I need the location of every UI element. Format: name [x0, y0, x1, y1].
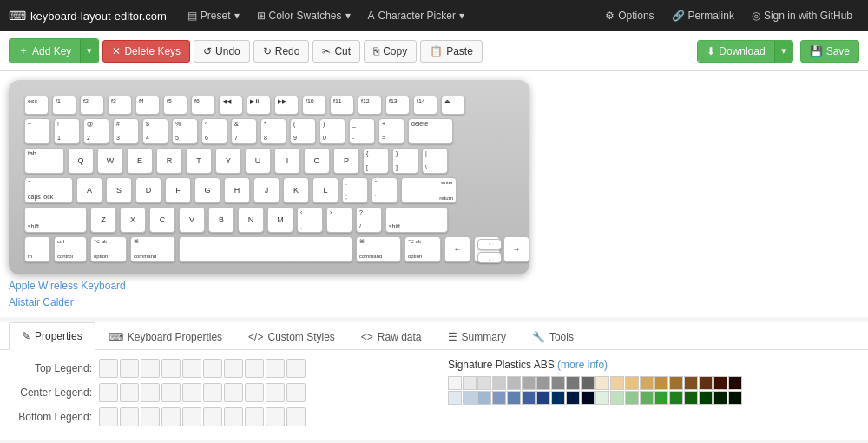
bottom-legend-color-6[interactable]: [203, 407, 222, 426]
key-g[interactable]: G: [194, 177, 220, 203]
top-legend-color-6[interactable]: [203, 359, 222, 378]
key-capslock[interactable]: *caps lock: [24, 177, 73, 203]
add-key-dropdown[interactable]: ▾: [80, 39, 98, 63]
key-shift-right[interactable]: shift: [385, 207, 448, 233]
color-swatch[interactable]: [713, 391, 727, 405]
key-rbracket[interactable]: }]: [392, 148, 418, 174]
key-f11[interactable]: f11: [330, 96, 354, 115]
key-period[interactable]: ›.: [326, 207, 352, 233]
color-swatch[interactable]: [654, 391, 668, 405]
key-tab[interactable]: tab: [24, 148, 64, 174]
top-legend-color-8[interactable]: [245, 359, 264, 378]
center-legend-color-6[interactable]: [203, 383, 222, 402]
download-dropdown[interactable]: ▾: [774, 41, 792, 62]
key-arrow-left[interactable]: ←: [444, 236, 470, 262]
top-legend-color-9[interactable]: [266, 359, 285, 378]
key-f10[interactable]: f10: [302, 96, 326, 115]
permalink-button[interactable]: 🔗 Permalink: [665, 6, 741, 25]
color-swatch[interactable]: [669, 391, 683, 405]
tab-raw-data[interactable]: <> Raw data: [348, 322, 435, 350]
tab-keyboard-properties[interactable]: ⌨ Keyboard Properties: [95, 322, 235, 350]
key-shift-left[interactable]: shift: [24, 207, 87, 233]
key-command-right[interactable]: ⌘command: [356, 236, 401, 262]
preset-menu[interactable]: ▤ Preset ▾: [181, 6, 247, 25]
key-p[interactable]: P: [333, 148, 359, 174]
key-h[interactable]: H: [224, 177, 250, 203]
cut-button[interactable]: ✂ Cut: [312, 40, 360, 63]
signin-button[interactable]: ◎ Sign in with GitHub: [745, 6, 859, 25]
color-swatch[interactable]: [492, 391, 506, 405]
tab-custom-styles[interactable]: </> Custom Styles: [235, 322, 348, 350]
key-j[interactable]: J: [253, 177, 279, 203]
color-swatch[interactable]: [728, 391, 742, 405]
keyboard-name-link[interactable]: Apple Wireless Keyboard: [9, 278, 859, 294]
center-legend-color-10[interactable]: [286, 383, 306, 402]
key-0[interactable]: )0: [319, 118, 345, 144]
bottom-legend-color-4[interactable]: [161, 407, 181, 426]
key-u[interactable]: U: [245, 148, 271, 174]
color-swatch[interactable]: [610, 376, 624, 390]
key-9[interactable]: (9: [290, 118, 316, 144]
key-1[interactable]: !1: [54, 118, 80, 144]
color-swatch[interactable]: [536, 391, 550, 405]
color-swatch[interactable]: [595, 376, 609, 390]
key-eject[interactable]: ⏏: [441, 96, 465, 115]
color-swatch[interactable]: [684, 376, 698, 390]
key-return[interactable]: enterreturn: [401, 177, 457, 203]
key-f12[interactable]: f12: [358, 96, 382, 115]
color-swatch[interactable]: [640, 391, 654, 405]
key-x[interactable]: X: [120, 207, 146, 233]
color-swatch[interactable]: [684, 391, 698, 405]
key-b[interactable]: B: [208, 207, 234, 233]
key-6[interactable]: ^6: [201, 118, 227, 144]
bottom-legend-color-8[interactable]: [245, 407, 264, 426]
color-swatch[interactable]: [640, 376, 654, 390]
color-swatch[interactable]: [654, 376, 668, 390]
bottom-legend-color-3[interactable]: [141, 407, 160, 426]
bottom-legend-color-2[interactable]: [120, 407, 139, 426]
key-d[interactable]: D: [135, 177, 161, 203]
key-l[interactable]: L: [312, 177, 339, 203]
center-legend-color-4[interactable]: [161, 383, 181, 402]
key-lbracket[interactable]: {[: [363, 148, 389, 174]
key-s[interactable]: S: [106, 177, 132, 203]
key-fn[interactable]: fn: [24, 236, 50, 262]
top-legend-color-7[interactable]: [224, 359, 243, 378]
redo-button[interactable]: ↻ Redo: [253, 40, 310, 63]
key-semicolon[interactable]: :;: [342, 177, 368, 203]
key-w[interactable]: W: [97, 148, 123, 174]
key-2[interactable]: @2: [83, 118, 109, 144]
key-minus[interactable]: _-: [349, 118, 375, 144]
color-swatch[interactable]: [625, 391, 639, 405]
color-swatches-menu[interactable]: ⊞ Color Swatches ▾: [250, 6, 358, 25]
key-c[interactable]: C: [149, 207, 175, 233]
center-legend-color-2[interactable]: [120, 383, 139, 402]
tab-tools[interactable]: 🔧 Tools: [519, 322, 587, 350]
color-swatch[interactable]: [669, 376, 683, 390]
color-swatch[interactable]: [507, 391, 521, 405]
key-f1[interactable]: f1: [52, 96, 76, 115]
add-key-button[interactable]: ＋ Add Key: [10, 39, 80, 63]
key-e[interactable]: E: [127, 148, 153, 174]
tab-summary[interactable]: ☰ Summary: [435, 322, 519, 350]
color-swatch[interactable]: [699, 391, 713, 405]
key-control[interactable]: ctrlcontrol: [54, 236, 87, 262]
key-f9[interactable]: ▶▶: [274, 96, 299, 115]
tab-properties[interactable]: ✎ Properties: [9, 322, 95, 350]
color-swatch[interactable]: [522, 376, 536, 390]
color-swatch[interactable]: [463, 391, 477, 405]
key-i[interactable]: I: [274, 148, 300, 174]
download-button[interactable]: ⬇ Download: [698, 41, 773, 62]
bottom-legend-color-10[interactable]: [286, 407, 306, 426]
key-r[interactable]: R: [156, 148, 182, 174]
color-swatch[interactable]: [610, 391, 624, 405]
center-legend-color-8[interactable]: [245, 383, 264, 402]
key-f6[interactable]: f6: [191, 96, 215, 115]
top-legend-color-2[interactable]: [120, 359, 139, 378]
key-backslash[interactable]: |\: [422, 148, 448, 174]
key-4[interactable]: $4: [142, 118, 168, 144]
top-legend-color-4[interactable]: [161, 359, 181, 378]
key-command-left[interactable]: ⌘command: [130, 236, 175, 262]
key-arrow-right[interactable]: →: [503, 236, 529, 262]
key-7[interactable]: &7: [231, 118, 257, 144]
